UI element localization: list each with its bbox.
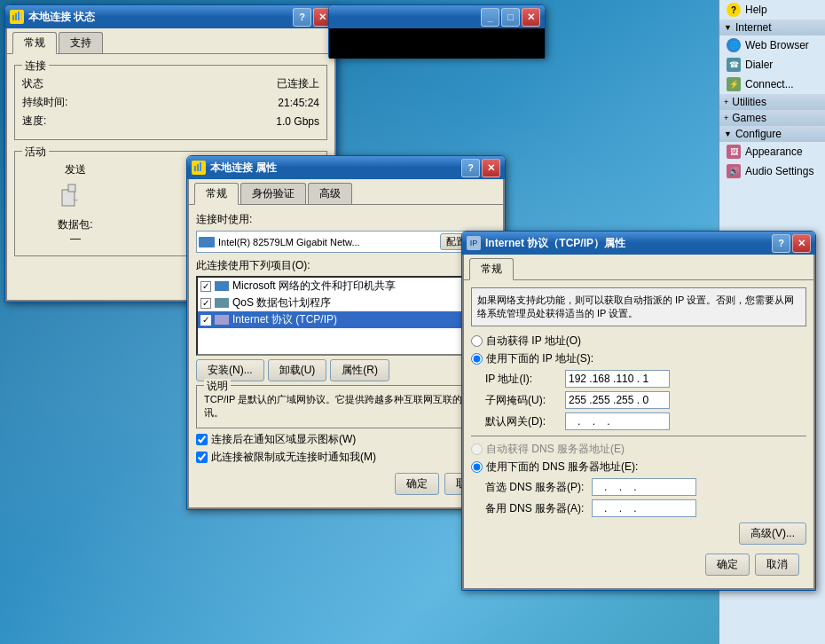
checkbox-1[interactable] — [200, 298, 211, 309]
notify-checkbox[interactable] — [196, 434, 208, 445]
duration-row: 持续时间: 21:45:24 — [22, 95, 319, 110]
send-packets-label: 数据包: — [58, 217, 93, 232]
win-terminal-buttons: _ □ ✕ — [481, 8, 540, 27]
manual-dns-radio[interactable] — [471, 461, 483, 473]
auto-dns-radio[interactable] — [471, 444, 483, 455]
win-status-titlebar[interactable]: 本地连接 状态 ? ✕ — [5, 5, 336, 28]
win-status-buttons: ? ✕ — [293, 8, 332, 27]
gateway-input[interactable] — [565, 412, 670, 430]
win-props-titlebar[interactable]: 本地连接 属性 ? ✕ — [187, 156, 505, 179]
web-browser-item[interactable]: 🌐 Web Browser — [719, 35, 825, 55]
tab-status-general[interactable]: 常规 — [12, 32, 57, 54]
svg-text:→: → — [72, 196, 79, 204]
desktop: ? Help ▼ Internet 🌐 Web Browser ☎ Dialer… — [0, 0, 825, 644]
duration-label: 持续时间: — [22, 95, 75, 110]
props-ok-cancel-row: 确定 取消 — [196, 467, 496, 500]
dialer-item[interactable]: ☎ Dialer — [719, 55, 825, 75]
alt-dns-input[interactable] — [592, 499, 696, 517]
svg-rect-1 — [15, 13, 17, 20]
status-row: 状态 已连接上 — [22, 76, 319, 91]
win-tcp-close-btn[interactable]: ✕ — [792, 234, 811, 253]
terminal-body — [329, 28, 545, 59]
manual-ip-radio[interactable] — [471, 353, 483, 365]
manual-dns-row: 使用下面的 DNS 服务器地址(E): — [471, 459, 806, 475]
web-browser-icon: 🌐 — [727, 38, 741, 52]
uninstall-btn[interactable]: 卸载(U) — [268, 359, 327, 381]
props-list: Microsoft 网络的文件和打印机共享 QoS 数据包计划程序 Intern… — [196, 276, 496, 356]
win-status-title: 本地连接 状态 — [28, 10, 293, 25]
speed-value: 1.0 Gbps — [276, 115, 319, 128]
connect-icon: ⚡ — [727, 77, 741, 91]
win-props-tabs: 常规 身份验证 高级 — [189, 179, 503, 204]
checkbox-0[interactable] — [200, 281, 211, 292]
games-arrow: + — [724, 114, 728, 122]
description-label: 说明 — [204, 379, 231, 394]
subnet-input[interactable] — [565, 391, 670, 409]
speed-label: 速度: — [22, 114, 75, 129]
svg-rect-11 — [197, 164, 199, 171]
connect-using-label: 连接时使用: — [196, 213, 252, 225]
configure-section[interactable]: ▼ Configure — [719, 126, 825, 142]
win-terminal-max-btn[interactable]: □ — [501, 8, 520, 27]
notify-checkbox-row: 连接后在通知区域显示图标(W) — [196, 432, 496, 447]
props-ok-btn[interactable]: 确定 — [395, 473, 439, 495]
props-btn[interactable]: 属性(R) — [330, 359, 389, 381]
win-terminal-titlebar[interactable]: _ □ ✕ — [329, 5, 545, 28]
duration-value: 21:45:24 — [278, 97, 319, 109]
tab-props-auth[interactable]: 身份验证 — [240, 183, 306, 204]
tcp-cancel-btn[interactable]: 取消 — [755, 554, 799, 576]
win-props-help-btn[interactable]: ? — [461, 159, 480, 177]
props-list-item-2[interactable]: Internet 协议 (TCP/IP) — [198, 311, 494, 328]
win-props-title: 本地连接 属性 — [210, 161, 461, 176]
tab-tcp-general[interactable]: 常规 — [469, 258, 514, 280]
svg-rect-0 — [12, 15, 14, 20]
limit-checkbox[interactable] — [196, 452, 208, 463]
connect-item[interactable]: ⚡ Connect... — [719, 75, 825, 94]
svg-rect-5 — [68, 185, 75, 192]
utilities-section[interactable]: + Utilities — [719, 94, 825, 110]
ip-fields: IP 地址(I): 子网掩码(U): 默认网关(D): — [485, 370, 806, 430]
pref-dns-input[interactable] — [592, 478, 696, 496]
win-tcp-help-btn[interactable]: ? — [772, 234, 790, 253]
ip-input[interactable] — [565, 370, 670, 388]
audio-icon: 🔊 — [727, 164, 741, 178]
win-props-icon — [192, 161, 206, 175]
win-tcp-tabs: 常规 — [464, 255, 813, 279]
limit-checkbox-row: 此连接被限制或无连接时通知我(M) — [196, 450, 496, 465]
svg-rect-2 — [18, 12, 20, 20]
advanced-btn[interactable]: 高级(V)... — [739, 522, 806, 545]
win-terminal-min-btn[interactable]: _ — [481, 8, 499, 27]
auto-ip-radio[interactable] — [471, 335, 483, 347]
props-list-item-1[interactable]: QoS 数据包计划程序 — [198, 295, 494, 311]
win-tcp-icon: IP — [467, 236, 481, 250]
props-list-item-0[interactable]: Microsoft 网络的文件和打印机共享 — [198, 278, 494, 295]
win-terminal-close-btn[interactable]: ✕ — [522, 8, 540, 27]
adapter-name: Intel(R) 82579LM Gigabit Netw... — [218, 237, 436, 247]
alt-dns-label: 备用 DNS 服务器(A): — [485, 501, 592, 516]
tab-status-support[interactable]: 支持 — [59, 32, 103, 53]
win-tcp-titlebar[interactable]: IP Internet 协议（TCP/IP）属性 ? ✕ — [462, 232, 815, 255]
appearance-item[interactable]: 🖼 Appearance — [719, 142, 825, 161]
win-props-close-btn[interactable]: ✕ — [482, 159, 500, 177]
dns-fields: 首选 DNS 服务器(P): 备用 DNS 服务器(A): — [485, 478, 806, 517]
net-icon-1 — [215, 298, 229, 308]
tcp-ok-btn[interactable]: 确定 — [705, 554, 750, 576]
tab-props-general[interactable]: 常规 — [194, 183, 239, 205]
audio-settings-item[interactable]: 🔊 Audio Settings — [719, 161, 825, 181]
appearance-icon: 🖼 — [727, 145, 741, 159]
win-terminal: _ □ ✕ — [328, 4, 546, 58]
games-section[interactable]: + Games — [719, 110, 825, 126]
win-tcp-tab-content: 如果网络支持此功能，则可以获取自动指派的 IP 设置。否则，您需要从网络系统管理… — [464, 279, 813, 588]
win-status-tabs: 常规 支持 — [7, 28, 334, 53]
win-status-help-btn[interactable]: ? — [293, 8, 311, 27]
tcp-separator — [471, 436, 806, 436]
tab-props-advanced[interactable]: 高级 — [308, 183, 352, 204]
help-item[interactable]: ? Help — [719, 0, 825, 20]
internet-section[interactable]: ▼ Internet — [719, 20, 825, 35]
dialer-icon: ☎ — [727, 58, 741, 72]
win-tcp-buttons: ? ✕ — [772, 234, 811, 253]
win-tcp-body: 常规 如果网络支持此功能，则可以获取自动指派的 IP 设置。否则，您需要从网络系… — [462, 255, 815, 590]
description-text: TCP/IP 是默认的广域网协议。它提供跨越多种互联网互联的通讯。 — [204, 393, 488, 420]
checkbox-2[interactable] — [200, 315, 211, 326]
advanced-btn-row: 高级(V)... — [471, 522, 806, 545]
